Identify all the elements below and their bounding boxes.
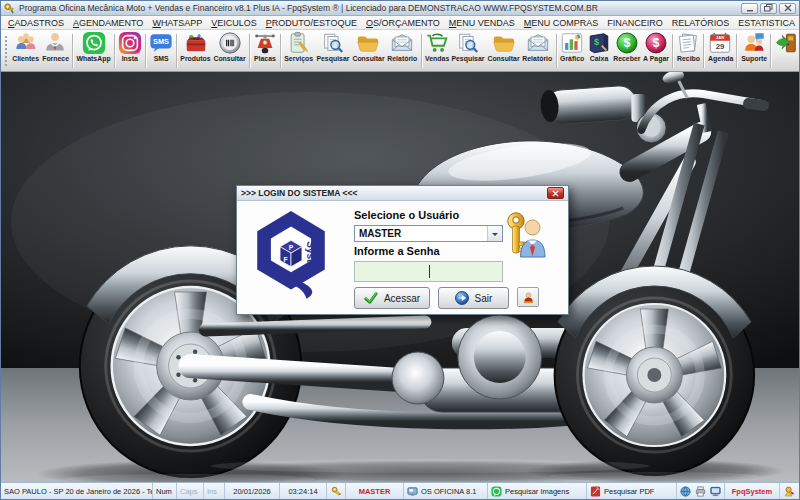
sms-icon: SMS (149, 31, 173, 55)
toolbar-label: Relatório (387, 55, 417, 62)
menu-compras[interactable]: MENU COMPRAS (524, 18, 599, 28)
toolbar-pesquisar-os[interactable]: Pesquisar (315, 31, 351, 71)
toolbar-exit-button[interactable] (773, 31, 799, 71)
clipboard-icon (287, 31, 311, 55)
pdf-icon (590, 486, 601, 497)
report-icon (390, 31, 414, 55)
window-titlebar: Programa Oficina Mecânica Moto + Vendas … (1, 1, 799, 16)
toolbar-relatorio-vendas[interactable]: Relatório (521, 31, 554, 71)
toolbar-sms[interactable]: SMS SMS (148, 31, 174, 71)
login-dialog-titlebar[interactable]: >>> LOGIN DO SISTEMA <<< (237, 186, 568, 201)
cashbook-icon: $ (587, 31, 611, 55)
toolbar-whatsapp[interactable]: WhatsApp (75, 31, 112, 71)
svg-text:F: F (283, 256, 287, 263)
toolbar-consultar-produto[interactable]: Consultar (212, 31, 247, 71)
status-search-images[interactable]: Pesquisar Imagens (488, 483, 587, 499)
toolbar-recibo[interactable]: Recibo (675, 31, 701, 71)
arrow-right-icon (455, 291, 469, 305)
toolbar-relatorio-os[interactable]: Relatório (386, 31, 419, 71)
toolbar-consultar-vendas[interactable]: Consultar (486, 31, 521, 71)
login-dialog-body: P F System Selecione o Usuário MASTER In… (237, 201, 568, 315)
globe-icon[interactable] (680, 486, 691, 497)
menu-financeiro[interactable]: FINANCEIRO (607, 18, 663, 28)
toolbar-separator (672, 34, 673, 68)
toolbar-label: Vendas (425, 55, 449, 62)
menu-produto-estoque[interactable]: PRODUTO/ESTOQUE (266, 18, 357, 28)
toolbar-servicos[interactable]: Serviços (283, 31, 315, 71)
printer-icon[interactable] (695, 486, 706, 497)
restore-icon[interactable] (760, 3, 777, 14)
toolbar-placas[interactable]: Placas (252, 31, 278, 71)
toolbar-label: Pesquisar (316, 55, 349, 62)
toolbar-receber[interactable]: $ Receber (612, 31, 642, 71)
menu-estatistica[interactable]: ESTATISTICA (738, 18, 795, 28)
svg-text:P: P (289, 244, 294, 251)
toolbar-label: Gráfico (560, 55, 584, 62)
toolbar-caixa[interactable]: $ Caixa (586, 31, 612, 71)
toolbar-grafico[interactable]: Gráfico (559, 31, 586, 71)
receipt-icon (676, 31, 700, 55)
search-docs-icon (321, 31, 345, 55)
toolbar-consultar-os[interactable]: Consultar (351, 31, 386, 71)
toolbar-vendas[interactable]: Vendas (423, 31, 450, 71)
toolbar-separator (280, 34, 281, 68)
login-dialog: >>> LOGIN DO SISTEMA <<< P F System (236, 185, 569, 315)
main-toolbar: Clientes Fornece WhatsApp (1, 30, 799, 72)
toolbar-separator (145, 34, 146, 68)
status-bar: SAO PAULO - SP 20 de Janeiro de 2026 - T… (1, 482, 799, 499)
key-user-icon (505, 211, 547, 259)
password-label: Informe a Senha (354, 245, 440, 257)
svg-text:SMS: SMS (153, 37, 169, 46)
toolbar-label: Agenda (708, 55, 733, 62)
menu-whatsapp[interactable]: WHATSAPP (152, 18, 202, 28)
cart-icon (425, 31, 449, 55)
access-button[interactable]: Acessar (354, 287, 430, 309)
menu-veiculos[interactable]: VEICULOS (211, 18, 257, 28)
toolbar-fornecedores[interactable]: Fornece (41, 31, 71, 71)
toolbox-icon (184, 31, 208, 55)
toolbar-pesquisar-vendas[interactable]: Pesquisar (450, 31, 486, 71)
toolbar-agenda[interactable]: JAN 29 Agenda (706, 31, 734, 71)
close-icon[interactable] (779, 3, 796, 14)
access-button-label: Acessar (384, 293, 420, 304)
svg-text:29: 29 (716, 42, 725, 51)
toolbar-a-pagar[interactable]: $ A Pagar (642, 31, 671, 71)
toolbar-produtos[interactable]: Produtos (179, 31, 212, 71)
window-title: Programa Oficina Mecânica Moto + Vendas … (19, 3, 741, 13)
monitor-icon[interactable] (710, 486, 721, 497)
status-search-pdf[interactable]: Pesquisar PDF (587, 483, 677, 499)
svg-text:$: $ (653, 36, 660, 50)
toolbar-suporte[interactable]: Suporte (739, 31, 768, 71)
menu-cadastros[interactable]: CADASTROS (8, 18, 64, 28)
toolbar-grip (5, 36, 9, 66)
chart-icon (560, 31, 584, 55)
menu-agendamento[interactable]: AGENDAMENTO (73, 18, 143, 28)
toolbar-label: SMS (154, 55, 169, 62)
toolbar-clientes[interactable]: Clientes (11, 31, 41, 71)
menu-vendas[interactable]: MENU VENDAS (449, 18, 515, 28)
user-select[interactable]: MASTER (354, 225, 503, 242)
application-window: Programa Oficina Mecânica Moto + Vendas … (0, 0, 800, 500)
toolbar-label: Suporte (741, 55, 767, 62)
status-app-version: OS OFICINA 8.1 (404, 483, 488, 499)
toolbar-separator (703, 34, 704, 68)
report-icon (526, 31, 550, 55)
whatsapp-icon (82, 31, 106, 55)
toolbar-instagram[interactable]: Insta (117, 31, 143, 71)
login-dialog-title: >>> LOGIN DO SISTEMA <<< (241, 188, 357, 198)
dollar-green-icon: $ (615, 31, 639, 55)
minimize-icon[interactable] (741, 3, 758, 14)
menu-relatorios[interactable]: RELATÓRIOS (672, 18, 729, 28)
dialog-close-icon[interactable] (547, 187, 564, 199)
password-field[interactable] (354, 261, 503, 282)
whatsapp-mini-icon (491, 486, 502, 497)
change-password-button[interactable] (517, 287, 539, 307)
keys-icon (327, 483, 346, 499)
svg-text:JAN: JAN (716, 35, 724, 40)
chevron-down-icon[interactable] (487, 226, 502, 241)
toolbar-label: Consultar (352, 55, 384, 62)
toolbar-label: Consultar (488, 55, 520, 62)
exit-button[interactable]: Sair (438, 287, 509, 309)
menu-os-orcamento[interactable]: OS/ORÇAMENTO (366, 18, 440, 28)
client-area: >>> LOGIN DO SISTEMA <<< P F System (1, 72, 799, 484)
